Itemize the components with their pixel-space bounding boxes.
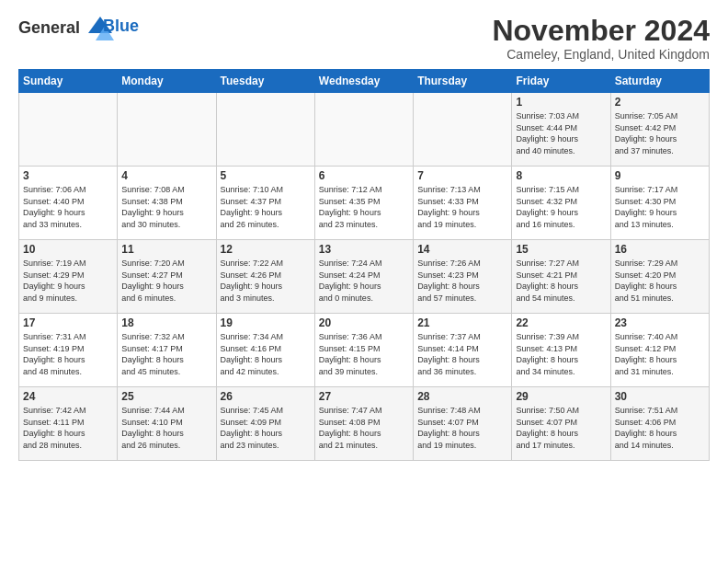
day-cell: 17Sunrise: 7:31 AM Sunset: 4:19 PM Dayli… — [19, 314, 118, 387]
week-row-1: 1Sunrise: 7:03 AM Sunset: 4:44 PM Daylig… — [19, 93, 710, 167]
day-info: Sunrise: 7:08 AM Sunset: 4:38 PM Dayligh… — [121, 184, 211, 230]
day-info: Sunrise: 7:47 AM Sunset: 4:08 PM Dayligh… — [319, 405, 409, 451]
logo-general: General — [18, 18, 80, 37]
day-number: 11 — [121, 243, 211, 256]
day-cell: 27Sunrise: 7:47 AM Sunset: 4:08 PM Dayli… — [314, 387, 413, 461]
month-title: November 2024 — [492, 15, 710, 47]
page: General Blue November 2024 Cameley, Engl… — [0, 0, 728, 470]
day-info: Sunrise: 7:24 AM Sunset: 4:24 PM Dayligh… — [319, 258, 409, 304]
day-cell: 10Sunrise: 7:19 AM Sunset: 4:29 PM Dayli… — [19, 240, 118, 314]
subtitle: Cameley, England, United Kingdom — [492, 47, 710, 62]
day-number: 17 — [23, 316, 113, 329]
week-row-4: 17Sunrise: 7:31 AM Sunset: 4:19 PM Dayli… — [19, 314, 710, 387]
day-cell: 9Sunrise: 7:17 AM Sunset: 4:30 PM Daylig… — [610, 167, 709, 240]
day-number: 5 — [221, 169, 311, 182]
day-info: Sunrise: 7:10 AM Sunset: 4:37 PM Dayligh… — [221, 184, 311, 230]
day-number: 28 — [417, 390, 507, 403]
day-info: Sunrise: 7:42 AM Sunset: 4:11 PM Dayligh… — [23, 405, 113, 451]
day-number: 16 — [615, 243, 705, 256]
day-number: 15 — [516, 243, 606, 256]
day-number: 10 — [23, 243, 113, 256]
day-info: Sunrise: 7:22 AM Sunset: 4:26 PM Dayligh… — [221, 258, 311, 304]
header-row: SundayMondayTuesdayWednesdayThursdayFrid… — [19, 70, 710, 93]
day-cell: 6Sunrise: 7:12 AM Sunset: 4:35 PM Daylig… — [314, 167, 413, 240]
day-info: Sunrise: 7:17 AM Sunset: 4:30 PM Dayligh… — [615, 184, 705, 230]
day-number: 27 — [319, 390, 409, 403]
day-info: Sunrise: 7:06 AM Sunset: 4:40 PM Dayligh… — [23, 184, 113, 230]
col-header-friday: Friday — [512, 70, 610, 93]
day-info: Sunrise: 7:39 AM Sunset: 4:13 PM Dayligh… — [516, 331, 606, 377]
day-info: Sunrise: 7:51 AM Sunset: 4:06 PM Dayligh… — [615, 405, 705, 451]
day-info: Sunrise: 7:12 AM Sunset: 4:35 PM Dayligh… — [319, 184, 409, 230]
day-number: 1 — [516, 96, 606, 109]
day-info: Sunrise: 7:27 AM Sunset: 4:21 PM Dayligh… — [516, 258, 606, 304]
day-info: Sunrise: 7:32 AM Sunset: 4:17 PM Dayligh… — [121, 331, 211, 377]
day-number: 6 — [319, 169, 409, 182]
title-area: November 2024 Cameley, England, United K… — [492, 15, 710, 62]
day-number: 22 — [516, 316, 606, 329]
day-cell: 2Sunrise: 7:05 AM Sunset: 4:42 PM Daylig… — [610, 93, 709, 167]
day-number: 21 — [417, 316, 507, 329]
day-info: Sunrise: 7:37 AM Sunset: 4:14 PM Dayligh… — [417, 331, 507, 377]
week-row-3: 10Sunrise: 7:19 AM Sunset: 4:29 PM Dayli… — [19, 240, 710, 314]
day-info: Sunrise: 7:34 AM Sunset: 4:16 PM Dayligh… — [221, 331, 311, 377]
header: General Blue November 2024 Cameley, Engl… — [18, 15, 710, 62]
col-header-tuesday: Tuesday — [216, 70, 314, 93]
day-number: 8 — [516, 169, 606, 182]
day-info: Sunrise: 7:40 AM Sunset: 4:12 PM Dayligh… — [615, 331, 705, 377]
day-number: 13 — [319, 243, 409, 256]
col-header-monday: Monday — [118, 70, 216, 93]
day-cell: 8Sunrise: 7:15 AM Sunset: 4:32 PM Daylig… — [512, 167, 610, 240]
day-cell — [118, 93, 216, 167]
day-info: Sunrise: 7:19 AM Sunset: 4:29 PM Dayligh… — [23, 258, 113, 304]
day-number: 14 — [417, 243, 507, 256]
day-number: 29 — [516, 390, 606, 403]
day-info: Sunrise: 7:13 AM Sunset: 4:33 PM Dayligh… — [417, 184, 507, 230]
col-header-thursday: Thursday — [414, 70, 512, 93]
day-info: Sunrise: 7:05 AM Sunset: 4:42 PM Dayligh… — [615, 110, 705, 156]
day-cell — [414, 93, 512, 167]
col-header-wednesday: Wednesday — [314, 70, 413, 93]
day-number: 26 — [221, 390, 311, 403]
week-row-5: 24Sunrise: 7:42 AM Sunset: 4:11 PM Dayli… — [19, 387, 710, 461]
day-number: 7 — [417, 169, 507, 182]
col-header-saturday: Saturday — [610, 70, 709, 93]
day-number: 30 — [615, 390, 705, 403]
day-info: Sunrise: 7:36 AM Sunset: 4:15 PM Dayligh… — [319, 331, 409, 377]
day-info: Sunrise: 7:03 AM Sunset: 4:44 PM Dayligh… — [516, 110, 606, 156]
logo-blue: Blue — [103, 17, 139, 36]
day-info: Sunrise: 7:48 AM Sunset: 4:07 PM Dayligh… — [417, 405, 507, 451]
day-cell: 22Sunrise: 7:39 AM Sunset: 4:13 PM Dayli… — [512, 314, 610, 387]
day-number: 12 — [221, 243, 311, 256]
day-cell: 18Sunrise: 7:32 AM Sunset: 4:17 PM Dayli… — [118, 314, 216, 387]
day-cell: 4Sunrise: 7:08 AM Sunset: 4:38 PM Daylig… — [118, 167, 216, 240]
day-cell: 1Sunrise: 7:03 AM Sunset: 4:44 PM Daylig… — [512, 93, 610, 167]
day-cell: 25Sunrise: 7:44 AM Sunset: 4:10 PM Dayli… — [118, 387, 216, 461]
day-cell: 28Sunrise: 7:48 AM Sunset: 4:07 PM Dayli… — [414, 387, 512, 461]
day-cell: 7Sunrise: 7:13 AM Sunset: 4:33 PM Daylig… — [414, 167, 512, 240]
day-cell: 16Sunrise: 7:29 AM Sunset: 4:20 PM Dayli… — [610, 240, 709, 314]
day-cell: 13Sunrise: 7:24 AM Sunset: 4:24 PM Dayli… — [314, 240, 413, 314]
day-cell — [314, 93, 413, 167]
day-cell — [216, 93, 314, 167]
day-cell: 24Sunrise: 7:42 AM Sunset: 4:11 PM Dayli… — [19, 387, 118, 461]
day-cell: 29Sunrise: 7:50 AM Sunset: 4:07 PM Dayli… — [512, 387, 610, 461]
day-cell: 26Sunrise: 7:45 AM Sunset: 4:09 PM Dayli… — [216, 387, 314, 461]
logo: General Blue — [18, 15, 139, 42]
day-info: Sunrise: 7:29 AM Sunset: 4:20 PM Dayligh… — [615, 258, 705, 304]
day-info: Sunrise: 7:20 AM Sunset: 4:27 PM Dayligh… — [121, 258, 211, 304]
day-cell: 11Sunrise: 7:20 AM Sunset: 4:27 PM Dayli… — [118, 240, 216, 314]
day-info: Sunrise: 7:31 AM Sunset: 4:19 PM Dayligh… — [23, 331, 113, 377]
day-cell: 21Sunrise: 7:37 AM Sunset: 4:14 PM Dayli… — [414, 314, 512, 387]
day-number: 19 — [221, 316, 311, 329]
day-info: Sunrise: 7:26 AM Sunset: 4:23 PM Dayligh… — [417, 258, 507, 304]
day-info: Sunrise: 7:15 AM Sunset: 4:32 PM Dayligh… — [516, 184, 606, 230]
calendar-table: SundayMondayTuesdayWednesdayThursdayFrid… — [18, 69, 710, 461]
day-cell: 20Sunrise: 7:36 AM Sunset: 4:15 PM Dayli… — [314, 314, 413, 387]
day-cell: 15Sunrise: 7:27 AM Sunset: 4:21 PM Dayli… — [512, 240, 610, 314]
day-info: Sunrise: 7:50 AM Sunset: 4:07 PM Dayligh… — [516, 405, 606, 451]
day-info: Sunrise: 7:44 AM Sunset: 4:10 PM Dayligh… — [121, 405, 211, 451]
col-header-sunday: Sunday — [19, 70, 118, 93]
day-cell: 23Sunrise: 7:40 AM Sunset: 4:12 PM Dayli… — [610, 314, 709, 387]
day-info: Sunrise: 7:45 AM Sunset: 4:09 PM Dayligh… — [221, 405, 311, 451]
